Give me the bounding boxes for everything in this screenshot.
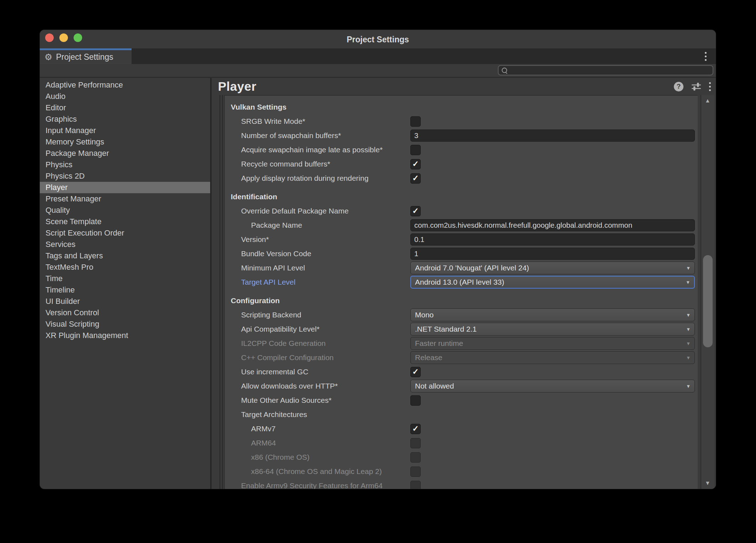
c-compiler-configuration-dropdown[interactable]: Release▼ — [410, 351, 695, 364]
il2cpp-code-generation-dropdown[interactable]: Faster runtime▼ — [410, 337, 695, 350]
package-name-field[interactable]: com.com2us.hivesdk.normal.freefull.googl… — [410, 219, 695, 231]
sidebar-item-input-manager[interactable]: Input Manager — [40, 125, 210, 136]
row-version: Version*0.1 — [225, 232, 698, 247]
presets-icon[interactable] — [691, 82, 702, 91]
field-value: .NET Standard 2.1▼ — [410, 322, 695, 336]
field-value: Android 7.0 'Nougat' (API level 24)▼ — [410, 261, 695, 275]
sidebar-item-time[interactable]: Time — [40, 273, 210, 284]
tab-strip-menu-button[interactable] — [705, 48, 707, 64]
api-compatibility-level-dropdown[interactable]: .NET Standard 2.1▼ — [410, 323, 695, 336]
sidebar-item-memory-settings[interactable]: Memory Settings — [40, 136, 210, 148]
number-of-swapchain-buffers-field[interactable]: 3 — [410, 130, 695, 142]
sidebar-item-package-manager[interactable]: Package Manager — [40, 148, 210, 159]
chevron-down-icon: ▼ — [686, 312, 691, 318]
chevron-down-icon: ▼ — [686, 341, 691, 346]
x86-chrome-os-checkbox[interactable] — [410, 452, 421, 463]
dropdown-value: Not allowed — [415, 382, 454, 390]
field-value: 3 — [410, 128, 695, 143]
sidebar-item-scene-template[interactable]: Scene Template — [40, 216, 210, 227]
field-value: Faster runtime▼ — [410, 336, 695, 350]
field-value — [410, 143, 695, 157]
enable-armv9-security-features-for-arm64-checkbox[interactable] — [410, 481, 421, 489]
scrollbar[interactable]: ▲ ▼ — [701, 95, 714, 489]
arm64-checkbox[interactable] — [410, 438, 421, 448]
apply-display-rotation-during-rendering-checkbox[interactable]: ✓ — [410, 173, 421, 184]
sidebar-item-physics-2d[interactable]: Physics 2D — [40, 170, 210, 182]
scroll-up-icon[interactable]: ▲ — [701, 97, 714, 104]
tab-project-settings[interactable]: ⚙ Project Settings — [40, 48, 132, 64]
content-area: Player ? Vulkan SettingsSRGB Write Mode — [212, 78, 716, 489]
close-button[interactable] — [45, 33, 54, 42]
sidebar-item-ui-builder[interactable]: UI Builder — [40, 296, 210, 307]
search-icon — [502, 68, 507, 73]
section-identification: IdentificationOverride Default Package N… — [225, 190, 698, 289]
recycle-command-buffers-checkbox[interactable]: ✓ — [410, 159, 421, 169]
target-api-level-dropdown[interactable]: Android 13.0 (API level 33)▼ — [410, 276, 695, 289]
sidebar-item-timeline[interactable]: Timeline — [40, 284, 210, 296]
field-label: Use incremental GC — [241, 365, 308, 379]
version-field[interactable]: 0.1 — [410, 233, 695, 246]
mute-other-audio-sources-checkbox[interactable] — [410, 395, 421, 406]
search-box[interactable] — [498, 65, 713, 75]
sidebar-item-xr-plugin-management[interactable]: XR Plugin Management — [40, 330, 210, 341]
minimize-button[interactable] — [59, 33, 68, 42]
row-api-compatibility-level: Api Compatibility Level*.NET Standard 2.… — [225, 322, 698, 336]
field-value: 0.1 — [410, 232, 695, 247]
more-options-icon[interactable] — [709, 82, 711, 91]
scroll-down-icon[interactable]: ▼ — [701, 480, 714, 486]
scripting-backend-dropdown[interactable]: Mono▼ — [410, 309, 695, 321]
bundle-version-code-field[interactable]: 1 — [410, 248, 695, 260]
sidebar-item-version-control[interactable]: Version Control — [40, 307, 210, 318]
sidebar-item-audio[interactable]: Audio — [40, 91, 210, 102]
field-value: Mono▼ — [410, 308, 695, 322]
row-c-compiler-configuration: C++ Compiler ConfigurationRelease▼ — [225, 350, 698, 365]
field-value: ✓ — [410, 422, 695, 436]
sidebar-item-services[interactable]: Services — [40, 239, 210, 250]
row-use-incremental-gc: Use incremental GC✓ — [225, 365, 698, 379]
sidebar-item-player[interactable]: Player — [40, 182, 210, 193]
scrollbar-thumb[interactable] — [703, 255, 713, 347]
dropdown-value: Mono — [415, 311, 434, 319]
dropdown-value: Release — [415, 353, 442, 362]
minimum-api-level-dropdown[interactable]: Android 7.0 'Nougat' (API level 24)▼ — [410, 262, 695, 274]
settings-sections: Vulkan SettingsSRGB Write Mode*Number of… — [225, 100, 698, 489]
use-incremental-gc-checkbox[interactable]: ✓ — [410, 367, 421, 377]
search-input[interactable] — [510, 65, 713, 75]
tab-strip: ⚙ Project Settings — [40, 48, 716, 64]
desktop: { "window": { "title": "Project Settings… — [0, 0, 756, 543]
override-default-package-name-checkbox[interactable]: ✓ — [410, 206, 421, 216]
field-label: Allow downloads over HTTP* — [241, 379, 338, 393]
content-header: Player — [212, 78, 716, 95]
dropdown-value: Android 13.0 (API level 33) — [415, 278, 504, 286]
chevron-down-icon: ▼ — [686, 265, 691, 271]
section-title: Vulkan Settings — [225, 100, 698, 114]
sidebar-list: Adaptive PerformanceAudioEditorGraphicsI… — [40, 79, 210, 341]
allow-downloads-over-http-dropdown[interactable]: Not allowed▼ — [410, 380, 695, 392]
acquire-swapchain-image-late-as-possible-checkbox[interactable] — [410, 145, 421, 155]
sidebar-item-textmesh-pro[interactable]: TextMesh Pro — [40, 262, 210, 273]
sidebar-item-visual-scripting[interactable]: Visual Scripting — [40, 318, 210, 330]
sidebar-item-tags-and-layers[interactable]: Tags and Layers — [40, 250, 210, 262]
sidebar-item-editor[interactable]: Editor — [40, 102, 210, 114]
page-title: Player — [218, 79, 256, 94]
field-value: ✓ — [410, 204, 695, 218]
traffic-lights — [45, 33, 82, 42]
row-bundle-version-code: Bundle Version Code1 — [225, 247, 698, 261]
sidebar-item-physics[interactable]: Physics — [40, 159, 210, 170]
sidebar-item-script-execution-order[interactable]: Script Execution Order — [40, 227, 210, 239]
row-number-of-swapchain-buffers: Number of swapchain buffers*3 — [225, 128, 698, 143]
armv7-checkbox[interactable]: ✓ — [410, 424, 421, 434]
x86-64-chrome-os-and-magic-leap-2-checkbox[interactable] — [410, 466, 421, 477]
sidebar-item-graphics[interactable]: Graphics — [40, 114, 210, 125]
sidebar-item-adaptive-performance[interactable]: Adaptive Performance — [40, 79, 210, 91]
dropdown-value: Android 7.0 'Nougat' (API level 24) — [415, 264, 529, 272]
sidebar-item-preset-manager[interactable]: Preset Manager — [40, 193, 210, 205]
sidebar: Adaptive PerformanceAudioEditorGraphicsI… — [40, 78, 212, 489]
field-label: Number of swapchain buffers* — [241, 128, 341, 143]
help-icon[interactable]: ? — [674, 82, 683, 91]
zoom-button[interactable] — [74, 33, 82, 42]
row-package-name: Package Namecom.com2us.hivesdk.normal.fr… — [225, 218, 698, 232]
sidebar-item-quality[interactable]: Quality — [40, 205, 210, 216]
field-label: Target Architectures — [241, 407, 307, 422]
srgb-write-mode-checkbox[interactable] — [410, 116, 421, 127]
